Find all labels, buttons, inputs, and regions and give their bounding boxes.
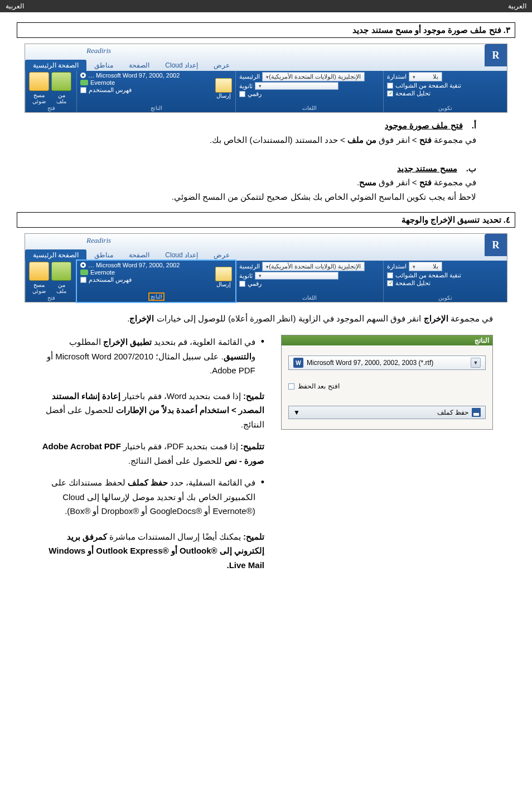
tab-zones-2[interactable]: مناطق	[86, 249, 121, 261]
lang-secondary-label-2: ثانوية	[239, 272, 253, 280]
output-index-user-2[interactable]: فهرس المستخدم	[80, 276, 213, 284]
rotate-value: بلا	[433, 73, 438, 80]
group-output-footer: الناتج	[80, 104, 232, 111]
ribbon-group-config: استدارة بلا▾ تنقية الصفحة من الشوائب تحل…	[383, 71, 507, 112]
analyze-check[interactable]: تحليل الصفحة	[387, 90, 504, 97]
from-l1: من	[58, 282, 65, 288]
output-evernote[interactable]: Evernote	[80, 79, 213, 86]
ribbon-titlebar-2: Readiris	[25, 234, 507, 247]
header-left: العربية	[6, 2, 24, 10]
checkbox-icon	[239, 281, 245, 287]
app-title-2: Readiris	[86, 236, 111, 245]
step-b-line1: في مجموعة فتح > انقر فوق مسح.	[39, 175, 476, 190]
envelope-icon	[215, 267, 232, 281]
output-evernote-2[interactable]: Evernote	[80, 269, 213, 276]
section-3-steps: أ. فتح ملف صورة موجود في مجموعة فتح > ان…	[39, 118, 476, 204]
scan-l2: ضوئي	[32, 288, 46, 294]
analyze-label: تحليل الصفحة	[395, 90, 431, 97]
deskew-check[interactable]: تنقية الصفحة من الشوائب	[387, 82, 504, 89]
lang-numeric-label: رقمي	[248, 90, 262, 98]
output-radio-word[interactable]: Microsoft Word 97, 2000, 2002 …	[80, 72, 213, 79]
output-index-text-2: فهرس المستخدم	[89, 276, 132, 284]
checkbox-icon	[80, 87, 86, 93]
chevron-down-icon: ▼	[471, 358, 481, 368]
step-b-line2: لاحظ أنه يجب تكوين الماسح الضوئي الخاص ب…	[39, 190, 476, 204]
folder-icon	[51, 72, 71, 91]
lang-primary-dropdown[interactable]: الإنجليزية (الولايات المتحدة الأمريكية)▾	[262, 72, 365, 81]
output-format-value: Microsoft Word 97, 2000, 2002, 2003 (*.r…	[307, 359, 433, 367]
send-button-2[interactable]: إرسال	[215, 267, 232, 287]
lang-numeric-label-2: رقمي	[248, 280, 262, 287]
output-radio-word-2[interactable]: Microsoft Word 97, 2000, 2002 …	[80, 262, 213, 268]
scan-label-2: ضوئي	[32, 98, 46, 104]
ribbon-titlebar: Readiris	[25, 44, 507, 57]
ribbon-group-output: Microsoft Word 97, 2000, 2002 … Evernote…	[76, 71, 235, 112]
main-content: ٣. فتح ملف صورة موجود أو مسح مستند جديد …	[0, 12, 532, 590]
scan-button-2[interactable]: مسحضوئي	[29, 262, 49, 294]
chevron-down-icon: ▾	[259, 83, 262, 89]
ribbon-body-2: مسحضوئي منملف فتح Microsoft Word 97, 200…	[25, 261, 507, 302]
output-evernote-text-2: Evernote	[90, 269, 115, 276]
envelope-icon	[215, 78, 232, 93]
chevron-down-icon: ▾	[413, 264, 415, 270]
analyze-check-2[interactable]: تحليل الصفحة	[387, 280, 504, 287]
tab-view-2[interactable]: عرض	[206, 249, 238, 261]
tab-cloud[interactable]: إعداد Cloud	[157, 60, 206, 71]
output-word-text: Microsoft Word 97, 2000, 2002 …	[88, 72, 180, 79]
lang-primary-value-2: الإنجليزية (الولايات المتحدة الأمريكية)	[269, 263, 361, 270]
tab-home[interactable]: الصفحة الرئيسية	[25, 60, 86, 71]
ribbon-tabs: الصفحة الرئيسية مناطق الصفحة إعداد Cloud…	[25, 57, 507, 71]
tab-cloud-2[interactable]: إعداد Cloud	[157, 249, 206, 261]
step-a-line: في مجموعة فتح > انقر فوق من ملف > حدد ال…	[39, 133, 476, 147]
from-file-button[interactable]: من ملف	[51, 72, 71, 104]
lang-primary-label-2: الرئيسية	[239, 263, 260, 270]
tab-page-2[interactable]: الصفحة	[121, 249, 157, 261]
tab-home-2[interactable]: الصفحة الرئيسية	[25, 249, 86, 261]
chevron-down-icon: ▾	[266, 74, 269, 80]
scan-button[interactable]: مسح ضوئي	[29, 72, 49, 104]
deskew-check-2[interactable]: تنقية الصفحة من الشوائب	[387, 272, 504, 279]
folder-icon	[51, 262, 71, 281]
tab-page[interactable]: الصفحة	[121, 60, 157, 71]
group-lang-footer-2: اللغات	[239, 294, 379, 301]
ribbon-group-languages: الرئيسية الإنجليزية (الولايات المتحدة ال…	[235, 71, 383, 112]
output-tip-2: تتلميح: إذا قمت بتحديد PDF، فقم باختيار …	[39, 439, 264, 468]
lang-secondary-dropdown-2[interactable]: ▾	[255, 272, 338, 280]
group-config-footer-2: تكوين	[387, 294, 504, 301]
cloud-icon	[80, 80, 88, 85]
app-logo-icon-2	[485, 234, 507, 256]
rotate-label: استدارة	[387, 73, 407, 80]
group-config-footer: تكوين	[387, 104, 504, 111]
step-a-prefix: أ.	[472, 118, 476, 133]
ribbon-tabs-2: الصفحة الرئيسية مناطق الصفحة إعداد Cloud…	[25, 247, 507, 261]
rotate-dropdown-2[interactable]: بلا▾	[409, 262, 442, 271]
lang-numeric-check-2[interactable]: رقمي	[239, 280, 379, 287]
rotate-dropdown[interactable]: بلا▾	[409, 72, 442, 81]
output-format-dropdown[interactable]: W Microsoft Word 97, 2000, 2002, 2003 (*…	[288, 355, 486, 370]
app-title: Readiris	[86, 46, 111, 55]
lang-primary-value: الإنجليزية (الولايات المتحدة الأمريكية)	[269, 73, 361, 80]
ribbon-screenshot-2: Readiris الصفحة الرئيسية مناطق الصفحة إع…	[25, 233, 507, 302]
lang-numeric-check[interactable]: رقمي	[239, 90, 379, 98]
radio-icon	[80, 262, 86, 268]
open-after-save-check[interactable]: افتح بعد الحفظ	[288, 382, 486, 390]
output-options-section: الناتج W Microsoft Word 97, 2000, 2002, …	[39, 335, 493, 580]
save-as-file-button[interactable]: حفظ كملف ▼	[288, 406, 486, 419]
open-after-save-label: افتح بعد الحفظ	[298, 382, 340, 390]
output-tip-3: تلميح: يمكنك أيضًا إرسال المستندات مباشر…	[39, 530, 264, 573]
lang-primary-label: الرئيسية	[239, 73, 260, 80]
lang-primary-dropdown-2[interactable]: الإنجليزية (الولايات المتحدة الأمريكية)▾	[262, 262, 365, 271]
send-button[interactable]: إرسال	[215, 78, 232, 99]
step-b-head: مسح مستند جديد	[397, 164, 457, 173]
tab-zones[interactable]: مناطق	[86, 60, 121, 71]
from-file-button-2[interactable]: منملف	[51, 262, 71, 294]
tab-view[interactable]: عرض	[206, 60, 238, 71]
chevron-down-icon: ▾	[266, 264, 269, 270]
lang-secondary-dropdown[interactable]: ▾	[255, 82, 338, 90]
output-index-user[interactable]: فهرس المستخدم	[80, 87, 213, 94]
deskew-label-2: تنقية الصفحة من الشوائب	[395, 272, 461, 279]
output-tip-1: تلميح: إذا قمت بتحديد Word، فقم باختيار …	[39, 389, 264, 432]
rotate-label-2: استدارة	[387, 263, 407, 270]
header-right: العربية	[508, 2, 526, 10]
scanner-icon	[29, 262, 49, 281]
